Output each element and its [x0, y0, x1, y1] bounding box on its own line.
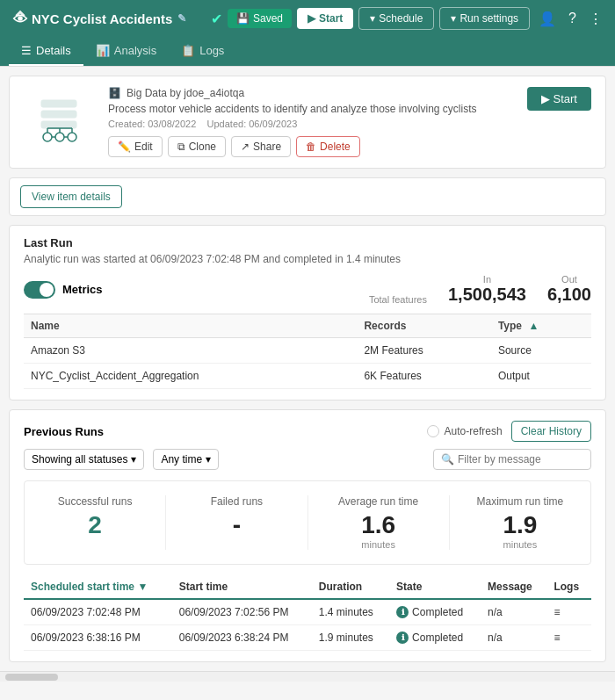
scroll-thumb[interactable]: [5, 674, 58, 681]
out-label: Out: [547, 274, 591, 285]
run-settings-button[interactable]: ▾ Run settings: [439, 7, 530, 30]
time-filter[interactable]: Any time ▾: [153, 449, 219, 470]
auto-refresh-control: Auto-refresh: [427, 425, 503, 437]
delete-button[interactable]: 🗑 Delete: [296, 136, 360, 157]
max-run-time-label: Maximum run time: [450, 495, 590, 508]
project-start-button[interactable]: ▶ Start: [527, 87, 591, 111]
run-duration: 1.4 minutes: [312, 599, 389, 625]
share-button[interactable]: ↗ Share: [231, 136, 291, 157]
run-message: n/a: [481, 599, 546, 625]
col-scheduled-start[interactable]: Scheduled start time ▼: [24, 575, 172, 599]
avg-run-time-unit: minutes: [308, 539, 449, 550]
details-tab-icon: ☰: [21, 44, 32, 57]
top-bar-actions: 💾 Saved ▶ Start ▾ Schedule ▾ Run setting…: [228, 7, 606, 31]
tab-analysis[interactable]: 📊 Analysis: [83, 37, 169, 66]
run-scheduled-start: 06/09/2023 6:38:16 PM: [24, 625, 172, 651]
row-type: Output: [491, 364, 591, 389]
schedule-button[interactable]: ▾ Schedule: [358, 7, 434, 30]
previous-runs-title: Previous Runs: [24, 425, 104, 438]
tab-logs[interactable]: 📋 Logs: [169, 37, 236, 66]
total-features-metric: Total features: [369, 294, 427, 305]
col-message[interactable]: Message: [481, 575, 546, 599]
logs-list-icon[interactable]: ≡: [554, 606, 560, 618]
run-logs[interactable]: ≡: [546, 599, 591, 625]
in-value: 1,500,543: [448, 285, 526, 305]
svg-point-0: [18, 16, 23, 21]
col-type[interactable]: Type ▲: [491, 314, 591, 338]
horizontal-scrollbar[interactable]: [0, 671, 615, 682]
auto-refresh-radio[interactable]: [427, 425, 439, 437]
menu-icon-button[interactable]: ⋮: [585, 7, 606, 31]
metrics-left: Metrics: [24, 281, 103, 299]
owner-icon: 🗄️: [108, 87, 121, 99]
col-state[interactable]: State: [389, 575, 481, 599]
stats-row: Successful runs 2 Failed runs - Average …: [24, 480, 591, 565]
tab-details[interactable]: ☰ Details: [9, 37, 83, 66]
app-logo: [9, 7, 32, 30]
run-message: n/a: [481, 625, 546, 651]
sort-arrow-icon: ▲: [528, 320, 539, 332]
metrics-toggle[interactable]: [24, 281, 55, 299]
successful-runs-label: Successful runs: [25, 495, 165, 508]
sort-down-icon: ▼: [137, 581, 148, 593]
clone-icon: ⧉: [177, 141, 185, 153]
max-run-time-stat: Maximum run time 1.9 minutes: [450, 495, 590, 550]
message-filter-search[interactable]: 🔍: [433, 449, 591, 470]
save-icon: 💾: [236, 12, 250, 25]
message-filter-input[interactable]: [458, 453, 583, 465]
avg-run-time-stat: Average run time 1.6 minutes: [308, 495, 450, 550]
analysis-tab-icon: 📊: [96, 44, 110, 57]
title-edit-icon[interactable]: ✎: [177, 12, 186, 25]
run-duration: 1.9 minutes: [312, 625, 389, 651]
status-dropdown-icon: ▾: [131, 453, 136, 465]
max-run-time-value: 1.9: [450, 511, 590, 539]
run-logs[interactable]: ≡: [546, 625, 591, 651]
status-dot-icon: ℹ: [396, 606, 409, 618]
logs-tab-icon: 📋: [181, 44, 195, 57]
runs-table: Scheduled start time ▼ Start time Durati…: [24, 575, 591, 651]
last-run-section: Last Run Analytic run was started at 06/…: [9, 225, 606, 401]
previous-runs-section: Previous Runs Auto-refresh Clear History…: [9, 409, 606, 662]
status-dot-icon: ℹ: [396, 631, 409, 644]
search-icon: 🔍: [441, 453, 454, 465]
successful-runs-stat: Successful runs 2: [25, 495, 166, 550]
run-settings-icon: ▾: [451, 12, 456, 25]
view-details-button[interactable]: View item details: [20, 185, 122, 208]
run-start-time: 06/09/2023 7:02:56 PM: [172, 599, 312, 625]
start-play-icon: ▶: [541, 92, 550, 105]
auto-refresh-label: Auto-refresh: [445, 425, 503, 437]
row-name: NYC_Cyclist_Accident_Aggregation: [24, 364, 357, 389]
logs-list-icon[interactable]: ≡: [554, 631, 560, 644]
col-logs[interactable]: Logs: [546, 575, 591, 599]
run-state: ℹ Completed: [389, 625, 481, 651]
last-run-table: Name Records Type ▲ Amazon S3 2M Feature…: [24, 314, 591, 389]
view-details-section: View item details: [9, 177, 606, 216]
top-bar: NYC Cyclist Accidents ✎ ✔ 💾 Saved ▶ Star…: [0, 0, 615, 37]
row-records: 2M Features: [357, 338, 490, 364]
last-run-subtitle: Analytic run was started at 06/09/2023 7…: [24, 253, 591, 265]
edit-icon: ✏️: [118, 141, 131, 153]
project-card: 🗄️ Big Data by jdoe_a4iotqa Process moto…: [9, 76, 606, 169]
clear-history-button[interactable]: Clear History: [511, 421, 591, 442]
project-info: 🗄️ Big Data by jdoe_a4iotqa Process moto…: [108, 87, 513, 157]
saved-status: 💾 Saved: [228, 9, 292, 28]
status-filter[interactable]: Showing all statuses ▾: [24, 449, 144, 470]
tab-bar: ☰ Details 📊 Analysis 📋 Logs: [0, 37, 615, 67]
user-icon-button[interactable]: 👤: [535, 7, 560, 31]
failed-runs-label: Failed runs: [166, 495, 307, 508]
failed-runs-value: -: [166, 511, 307, 539]
row-records: 6K Features: [357, 364, 490, 389]
project-icon: [24, 87, 94, 157]
out-value: 6,100: [547, 285, 591, 305]
failed-runs-stat: Failed runs -: [166, 495, 308, 550]
clone-button[interactable]: ⧉ Clone: [168, 136, 226, 157]
col-duration[interactable]: Duration: [312, 575, 389, 599]
col-start-time[interactable]: Start time: [172, 575, 312, 599]
row-name: Amazon S3: [24, 338, 357, 364]
start-button[interactable]: ▶ Start: [297, 8, 353, 29]
col-records: Records: [357, 314, 490, 338]
edit-button[interactable]: ✏️ Edit: [108, 136, 163, 157]
help-icon-button[interactable]: ?: [565, 7, 580, 30]
project-description: Process motor vehicle accidents to ident…: [108, 103, 513, 115]
app-title: NYC Cyclist Accidents ✎: [32, 11, 211, 26]
